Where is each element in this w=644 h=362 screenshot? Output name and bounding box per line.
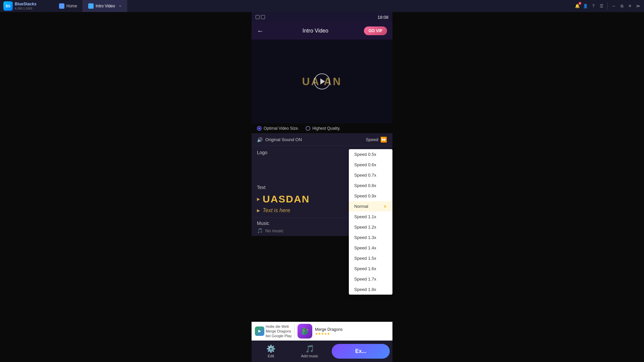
ad-rating: ★★★★★	[315, 332, 343, 336]
close-button[interactable]: ✕	[627, 3, 633, 9]
speed-0-7x-item[interactable]: Speed 0.7x	[349, 170, 392, 180]
speed-1-1x-label: Speed 1.1x	[354, 214, 376, 219]
gp-line3: bei Google Play	[266, 334, 292, 338]
music-note-icon: 🎵	[257, 228, 263, 233]
home-tab-icon	[59, 3, 64, 9]
video-size-label: Optimal Video Size.	[264, 126, 299, 131]
main-content: 18:08 ← Intro Video GO VIP UA AN	[0, 12, 644, 362]
radio-dot	[258, 127, 260, 129]
no-music-label: No music	[265, 228, 283, 233]
speed-1-3x-label: Speed 1.3x	[354, 235, 376, 240]
video-tab-icon	[88, 3, 94, 9]
restore-button[interactable]: ⧉	[619, 3, 625, 9]
video-preview: UA AN	[252, 40, 392, 123]
speed-label: Speed	[366, 137, 378, 142]
brand-version: 4.280.1.1002	[15, 7, 37, 10]
edit-icon: ⚙️	[266, 345, 275, 353]
speed-1-3x-item[interactable]: Speed 1.3x	[349, 232, 392, 243]
google-play-text: Hotte die Welt Merge Dragons bei Google …	[266, 324, 292, 339]
speed-normal-item[interactable]: Normal 🖱	[349, 201, 392, 212]
speed-0-8x-label: Speed 0.8x	[354, 183, 376, 188]
play-button[interactable]	[314, 73, 330, 89]
speed-1-6x-item[interactable]: Speed 1.6x	[349, 263, 392, 274]
export-button[interactable]: Ex...	[332, 344, 390, 359]
bluestacks-icon: BS	[3, 1, 13, 11]
app-title: Intro Video	[267, 28, 364, 34]
speed-icon: ⏩	[380, 136, 387, 143]
speed-button[interactable]: Speed ⏩	[366, 136, 387, 143]
add-music-button[interactable]: 🎵 Add music	[290, 345, 329, 358]
title-bar: BS BlueStacks 4.280.1.1002 Home Intro Vi…	[0, 0, 644, 12]
speed-1-6x-label: Speed 1.6x	[354, 266, 376, 271]
notifications-button[interactable]: 🔔 5	[574, 3, 581, 9]
add-music-icon: 🎵	[305, 345, 314, 353]
bottom-toolbar: ⚙️ Edit 🎵 Add music Ex...	[252, 341, 392, 362]
speed-0-5x-item[interactable]: Speed 0.5x	[349, 149, 392, 160]
speed-normal-label: Normal	[354, 204, 368, 209]
edit-label: Edit	[268, 354, 274, 358]
app-logo: BS BlueStacks 4.280.1.1002	[0, 1, 54, 11]
signal-icon	[261, 15, 265, 19]
speed-dropdown: Speed 0.5x Speed 0.6x Speed 0.7x Speed 0…	[349, 149, 392, 295]
text-expand-arrow: ▶	[257, 197, 260, 201]
speed-0-7x-label: Speed 0.7x	[354, 173, 376, 178]
google-play-icon: ▶	[255, 326, 264, 336]
speed-1-7x-label: Speed 1.7x	[354, 277, 376, 282]
expand-button[interactable]: ≫	[635, 3, 641, 9]
status-icons	[256, 15, 265, 19]
settings-top-bar: Optimal Video Size. Highest Quality.	[252, 123, 392, 134]
speed-1-2x-label: Speed 1.2x	[354, 225, 376, 230]
app-header: ← Intro Video GO VIP	[252, 22, 392, 40]
google-play-logo: ▶ Hotte die Welt Merge Dragons bei Googl…	[255, 324, 292, 339]
speed-1-2x-item[interactable]: Speed 1.2x	[349, 222, 392, 232]
sound-speed-row: 🔊 Original Sound ON Speed ⏩ Speed 0.5x S…	[252, 134, 392, 146]
stars-icon: ★★★★★	[315, 332, 330, 336]
back-button[interactable]: ←	[257, 27, 264, 35]
edit-button[interactable]: ⚙️ Edit	[252, 345, 290, 358]
ad-separator	[294, 324, 295, 338]
speed-1-4x-item[interactable]: Speed 1.4x	[349, 243, 392, 253]
sound-icon: 🔊	[257, 137, 263, 142]
quality-option[interactable]: Highest Quality.	[306, 126, 340, 131]
notification-badge: 5	[579, 2, 581, 5]
tab-close-icon[interactable]: ×	[119, 4, 121, 8]
tab-intro-video[interactable]: Intro Video ×	[83, 0, 127, 12]
quality-label: Highest Quality.	[312, 126, 340, 131]
speed-0-6x-item[interactable]: Speed 0.6x	[349, 160, 392, 170]
minimize-button[interactable]: ─	[610, 3, 617, 9]
video-size-radio	[257, 126, 262, 131]
sound-label: Original Sound ON	[265, 137, 302, 142]
speed-0-9x-label: Speed 0.9x	[354, 193, 376, 198]
speed-1-1x-item[interactable]: Speed 1.1x	[349, 212, 392, 222]
speed-1-8x-item[interactable]: Speed 1.8x	[349, 284, 392, 295]
status-bar: 18:08	[252, 12, 392, 22]
speed-0-8x-item[interactable]: Speed 0.8x	[349, 180, 392, 191]
status-time: 18:08	[377, 15, 388, 20]
sub-text-arrow: ▶	[257, 208, 260, 213]
tab-home-label: Home	[66, 4, 77, 8]
speed-1-5x-item[interactable]: Speed 1.5x	[349, 253, 392, 263]
brand-name: BlueStacks	[15, 2, 37, 6]
brand-info: BlueStacks 4.280.1.1002	[15, 2, 37, 10]
speed-1-7x-item[interactable]: Speed 1.7x	[349, 274, 392, 284]
separator	[607, 3, 608, 9]
sub-text: Text is here	[263, 207, 290, 214]
tabs-container: Home Intro Video ×	[54, 0, 574, 12]
menu-button[interactable]: ☰	[598, 3, 605, 9]
tab-home[interactable]: Home	[54, 0, 83, 12]
speed-0-9x-item[interactable]: Speed 0.9x	[349, 191, 392, 201]
sound-option[interactable]: 🔊 Original Sound ON	[257, 137, 302, 142]
check-icon: 🖱	[383, 204, 387, 209]
quality-radio	[306, 126, 310, 131]
go-vip-button[interactable]: GO VIP	[364, 26, 387, 35]
video-size-option[interactable]: Optimal Video Size.	[257, 126, 299, 131]
app-container: 18:08 ← Intro Video GO VIP UA AN	[252, 12, 392, 362]
speed-1-5x-label: Speed 1.5x	[354, 256, 376, 261]
window-controls: 🔔 5 👤 ? ☰ ─ ⧉ ✕ ≫	[574, 3, 644, 9]
export-label: Ex...	[355, 348, 366, 354]
help-button[interactable]: ?	[590, 3, 597, 9]
main-text: UASDAN	[263, 193, 310, 205]
ad-banner: ▶ Hotte die Welt Merge Dragons bei Googl…	[252, 322, 392, 341]
alert-icon	[256, 15, 260, 19]
account-button[interactable]: 👤	[582, 3, 589, 9]
